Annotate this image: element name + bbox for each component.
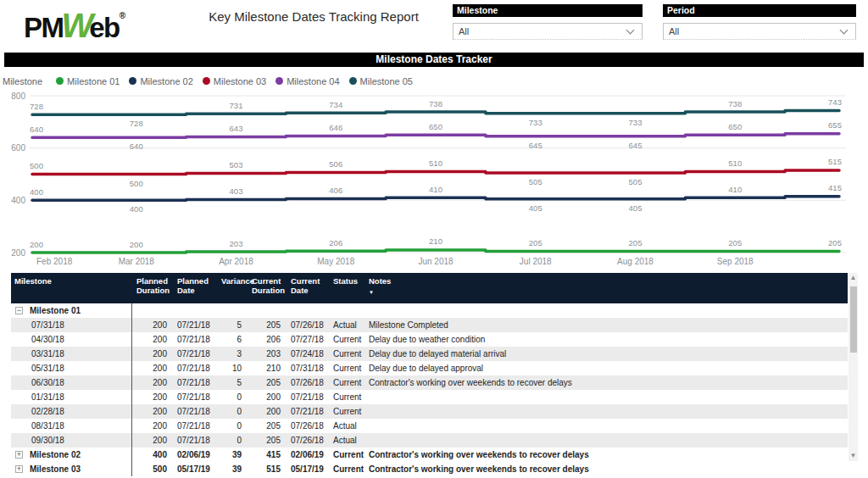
- table-row-04-30-18: 04/30/1820007/21/18620607/27/18CurrentDe…: [11, 332, 848, 347]
- group-name: Milestone 01: [30, 303, 81, 318]
- column-header-current_duration[interactable]: Current Duration: [247, 273, 286, 303]
- legend-item-milestone-01[interactable]: Milestone 01: [56, 76, 120, 86]
- chevron-down-icon: [840, 25, 849, 34]
- scroll-down-arrow[interactable]: ▼: [849, 451, 858, 461]
- expand-group-button[interactable]: +: [15, 465, 23, 473]
- variance-cell: 39: [216, 462, 247, 476]
- data-label: 738: [429, 99, 442, 108]
- current_duration-cell: 205: [247, 318, 286, 332]
- notes-cell: [364, 419, 848, 433]
- milestone-slicer-dropdown[interactable]: All: [453, 23, 643, 40]
- period-slicer-dropdown[interactable]: All: [663, 23, 856, 40]
- column-header-label: Planned Duration: [136, 276, 172, 295]
- legend-item-milestone-04[interactable]: Milestone 04: [275, 76, 339, 86]
- legend-item-label: Milestone 01: [67, 76, 120, 86]
- legend-title: Milestone: [3, 76, 42, 86]
- current_date-cell: [286, 303, 328, 318]
- column-header-notes[interactable]: Notes▼: [364, 273, 848, 303]
- status-cell: Current: [328, 347, 364, 361]
- table-row-07-31-18: 07/31/1820007/21/18520507/26/18ActualMil…: [11, 318, 848, 332]
- table-row-08-31-18: 08/31/1820007/21/18020507/26/18Actual: [11, 419, 848, 433]
- current_duration-cell: 205: [247, 419, 286, 433]
- logo-registered-mark: ®: [120, 11, 125, 20]
- notes-cell: Delay due to weather condition: [364, 332, 848, 347]
- table-row-02-28-18: 02/28/1820007/21/18020007/21/18Current: [11, 404, 848, 419]
- table-vertical-scrollbar[interactable]: ▲ ▼: [849, 273, 858, 461]
- current_date-cell: 07/27/18: [286, 332, 328, 347]
- variance-cell: 0: [216, 404, 247, 419]
- notes-cell: Delay due to delayed approval: [364, 361, 848, 375]
- current_duration-cell: 203: [247, 347, 286, 361]
- legend-dot-icon: [349, 77, 357, 85]
- chevron-down-icon: [626, 25, 635, 34]
- series-line-milestone-04: [32, 134, 839, 138]
- status-cell: Current: [328, 462, 364, 476]
- data-label: 205: [529, 238, 542, 247]
- x-axis-tick-label: Sep 2018: [717, 257, 754, 266]
- data-label: 643: [230, 124, 243, 133]
- column-header-label: Current Date: [291, 276, 328, 295]
- data-label: 410: [429, 185, 442, 194]
- legend-item-milestone-05[interactable]: Milestone 05: [349, 76, 413, 86]
- legend-dot-icon: [275, 77, 283, 85]
- data-label: 728: [30, 102, 43, 111]
- column-header-milestone[interactable]: Milestone: [11, 273, 131, 303]
- planned_date-cell: 02/06/19: [172, 447, 216, 462]
- column-header-planned_duration[interactable]: Planned Duration: [131, 273, 172, 303]
- series-line-milestone-05: [32, 111, 839, 115]
- legend-item-label: Milestone 05: [360, 76, 413, 86]
- chart-title-bar: Milestone Dates Tracker: [4, 53, 864, 67]
- data-label: 200: [130, 240, 143, 249]
- column-header-current_date[interactable]: Current Date: [286, 273, 328, 303]
- variance-cell: [216, 303, 247, 318]
- current_date-cell: 07/24/18: [286, 347, 328, 361]
- status-cell: Actual: [328, 318, 364, 332]
- column-header-planned_date[interactable]: Planned Date: [172, 273, 216, 303]
- current_duration-cell: 200: [247, 404, 286, 419]
- legend-item-milestone-03[interactable]: Milestone 03: [203, 76, 266, 86]
- period-slicer: Period All: [663, 4, 856, 40]
- milestone-cell: 04/30/18: [11, 332, 131, 347]
- table-header-row: MilestonePlanned DurationPlanned DateVar…: [11, 273, 848, 303]
- milestone-table: MilestonePlanned DurationPlanned DateVar…: [11, 273, 848, 476]
- variance-cell: 0: [216, 419, 247, 433]
- column-header-status[interactable]: Status: [328, 273, 364, 303]
- status-cell: Actual: [328, 419, 364, 433]
- data-label: 205: [728, 238, 742, 247]
- data-label: 738: [728, 99, 742, 108]
- pmweb-logo: PMWeb®: [24, 7, 125, 42]
- collapse-group-button[interactable]: −: [15, 307, 23, 314]
- planned_date-cell: 07/21/18: [172, 419, 216, 433]
- status-cell: Actual: [328, 433, 364, 447]
- status-cell: Current: [328, 390, 364, 404]
- legend-item-label: Milestone 04: [287, 76, 339, 86]
- milestone-slicer-value: All: [459, 26, 469, 36]
- scroll-thumb[interactable]: [850, 286, 857, 353]
- milestone-cell: −Milestone 01: [11, 303, 131, 318]
- period-slicer-value: All: [669, 26, 679, 36]
- data-label: 645: [629, 141, 643, 150]
- column-header-variance[interactable]: Variance: [216, 273, 247, 303]
- current_duration-cell: 210: [247, 361, 286, 375]
- variance-cell: 39: [216, 447, 247, 462]
- milestone-cell: 01/31/18: [11, 390, 131, 404]
- logo-pm: PM: [24, 12, 64, 43]
- data-label: 650: [429, 122, 442, 131]
- status-cell: [328, 303, 364, 318]
- x-axis-tick-label: Jun 2018: [418, 257, 453, 266]
- data-label: 505: [629, 177, 643, 186]
- data-label: 655: [828, 120, 842, 130]
- planned_duration-cell: 200: [131, 332, 172, 347]
- planned_date-cell: 07/21/18: [172, 332, 216, 347]
- legend-dot-icon: [203, 77, 210, 85]
- notes-cell: Milestone Completed: [364, 318, 848, 332]
- expand-group-button[interactable]: +: [15, 451, 23, 459]
- scroll-up-arrow[interactable]: ▲: [849, 273, 858, 283]
- x-axis-tick-label: May 2018: [317, 257, 354, 266]
- data-label: 645: [529, 141, 542, 150]
- milestone-slicer-label: Milestone: [453, 4, 643, 17]
- y-axis-tick-label: 200: [11, 248, 25, 258]
- legend-item-milestone-02[interactable]: Milestone 02: [129, 76, 192, 86]
- notes-cell: [364, 390, 848, 404]
- y-axis-tick-label: 400: [11, 196, 25, 205]
